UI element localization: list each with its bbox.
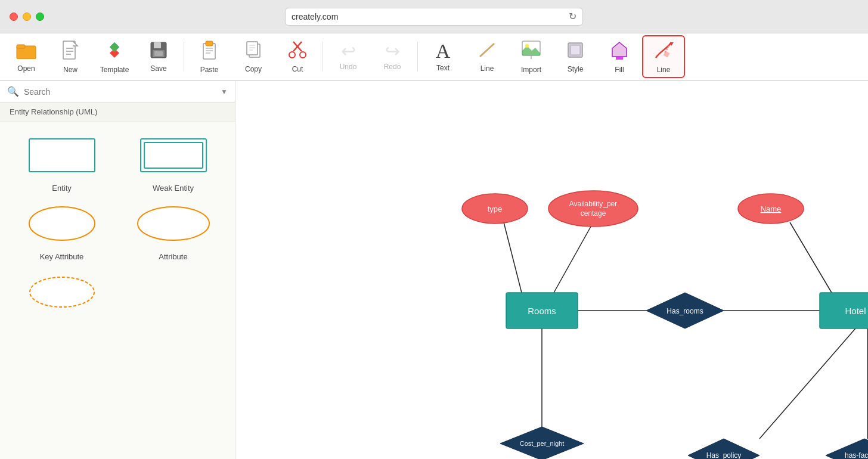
main-layout: 🔍 ▼ Entity Relationship (UML) Entity (0, 81, 868, 459)
line-active-icon (653, 40, 674, 63)
toolbar-line[interactable]: Line (466, 35, 509, 78)
svg-text:centage: centage (581, 209, 606, 218)
shape-item-attribute[interactable]: Attribute (121, 200, 225, 261)
svg-line-48 (760, 328, 855, 439)
shape-item-key-attribute[interactable]: Key Attribute (10, 200, 114, 261)
svg-rect-34 (571, 45, 580, 55)
svg-point-25 (289, 52, 295, 58)
svg-text:Has_policy: Has_policy (706, 451, 742, 459)
paste-label: Paste (200, 66, 219, 74)
text-label: Text (436, 64, 450, 72)
svg-rect-19 (247, 42, 258, 55)
close-button[interactable] (10, 13, 18, 21)
svg-text:Hotel: Hotel (845, 306, 866, 316)
toolbar: Open New Template Save Paste (0, 33, 868, 81)
template-icon (104, 40, 125, 63)
svg-marker-8 (110, 42, 119, 52)
toolbar-undo: ↩ Undo (327, 35, 370, 78)
svg-line-52 (554, 222, 593, 293)
template-label: Template (100, 66, 129, 74)
line-active-label: Line (657, 66, 671, 74)
address-bar[interactable]: creately.com ↻ (285, 8, 583, 26)
text-icon: A (436, 41, 451, 61)
shape-item-partial[interactable] (10, 268, 114, 321)
divider-2 (323, 42, 323, 72)
sidebar-category: Entity Relationship (UML) (0, 103, 235, 122)
toolbar-copy[interactable]: Copy (232, 35, 275, 78)
svg-text:Name: Name (761, 204, 782, 213)
toolbar-template[interactable]: Template (93, 35, 136, 78)
toolbar-new[interactable]: New (49, 35, 92, 78)
save-label: Save (150, 64, 166, 73)
svg-rect-10 (154, 42, 161, 48)
svg-rect-1 (17, 45, 25, 48)
open-icon (16, 41, 37, 62)
import-icon (521, 40, 541, 63)
toolbar-paste[interactable]: Paste (188, 35, 231, 78)
svg-rect-36 (616, 57, 623, 60)
sidebar: 🔍 ▼ Entity Relationship (UML) Entity (0, 81, 235, 459)
svg-rect-12 (154, 51, 163, 56)
svg-line-53 (790, 222, 832, 293)
weak-entity-label: Weak Entity (153, 184, 194, 193)
key-attribute-preview (20, 200, 104, 247)
svg-rect-37 (664, 51, 670, 57)
entity-preview (20, 131, 104, 179)
weak-entity-preview (132, 131, 215, 179)
cut-icon (289, 41, 306, 63)
fill-label: Fill (615, 66, 624, 74)
redo-label: Redo (384, 63, 401, 71)
attribute-label: Attribute (159, 252, 187, 261)
svg-rect-38 (29, 139, 95, 172)
fill-icon (610, 40, 629, 63)
key-attribute-label: Key Attribute (40, 252, 84, 261)
line-label: Line (480, 64, 494, 73)
toolbar-fill[interactable]: Fill (598, 35, 641, 78)
toolbar-text[interactable]: A Text (421, 35, 464, 78)
refresh-icon[interactable]: ↻ (569, 11, 576, 22)
open-label: Open (17, 64, 35, 73)
entity-label: Entity (52, 184, 72, 193)
svg-point-73 (548, 191, 638, 227)
toolbar-cut[interactable]: Cut (276, 35, 319, 78)
er-diagram: Rooms Hotel Has_rooms is_at Cost_per_nig… (235, 81, 868, 459)
toolbar-style[interactable]: Style (554, 35, 597, 78)
search-icon[interactable]: 🔍 (7, 86, 19, 97)
svg-rect-40 (144, 142, 203, 168)
svg-text:Availability_per: Availability_per (569, 200, 618, 208)
shapes-grid: Entity Weak Entity Key (0, 122, 235, 330)
copy-label: Copy (245, 65, 262, 73)
svg-point-30 (525, 44, 529, 48)
save-icon (150, 41, 168, 62)
new-icon (62, 40, 79, 63)
undo-label: Undo (340, 63, 357, 71)
svg-marker-35 (612, 42, 627, 57)
toolbar-open[interactable]: Open (5, 35, 48, 78)
shape-item-weak-entity[interactable]: Weak Entity (121, 131, 225, 193)
toolbar-save[interactable]: Save (137, 35, 180, 78)
line-icon (478, 41, 497, 62)
attribute-preview (132, 200, 215, 247)
svg-line-51 (504, 222, 522, 293)
dropdown-arrow-icon[interactable]: ▼ (221, 88, 228, 96)
toolbar-line-active[interactable]: Line (642, 35, 685, 78)
cut-label: Cut (292, 65, 303, 73)
maximize-button[interactable] (36, 13, 44, 21)
redo-icon: ↪ (385, 42, 400, 60)
svg-text:type: type (488, 204, 503, 213)
shape-item-entity[interactable]: Entity (10, 131, 114, 193)
divider-3 (417, 42, 418, 72)
svg-line-27 (480, 44, 494, 57)
url-text: creately.com (292, 12, 338, 21)
minimize-button[interactable] (23, 13, 31, 21)
new-label: New (63, 66, 78, 74)
toolbar-import[interactable]: Import (510, 35, 553, 78)
search-bar: 🔍 ▼ (0, 81, 235, 103)
svg-point-42 (138, 207, 209, 240)
search-input[interactable] (24, 87, 216, 97)
canvas-area[interactable]: Rooms Hotel Has_rooms is_at Cost_per_nig… (235, 81, 868, 459)
style-icon (566, 41, 585, 63)
svg-text:Has_rooms: Has_rooms (666, 307, 703, 315)
traffic-lights (10, 13, 44, 21)
paste-icon (200, 40, 218, 63)
